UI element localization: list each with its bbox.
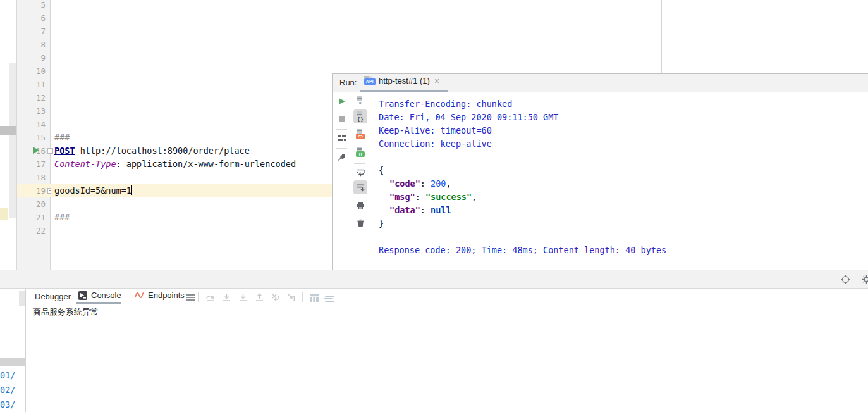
print-icon[interactable] (355, 199, 366, 211)
left-panel-selection-mark (0, 358, 25, 366)
grid-icon[interactable] (309, 292, 320, 304)
layout-icon[interactable] (336, 132, 348, 144)
menu-icon[interactable] (185, 292, 196, 303)
header-name[interactable]: Content-Type (54, 159, 116, 169)
response-header: Connection: keep-alive (379, 137, 492, 151)
clipped-link[interactable]: 02/ (0, 385, 15, 395)
response-header: Keep-Alive: timeout=60 (379, 124, 492, 137)
line-number: 22 (17, 224, 50, 237)
gutter-numbers: 5678910111213141516171819202122 (17, 0, 50, 237)
response-status-line: Response code: 200; Time: 48ms; Content … (379, 244, 666, 257)
tab-debugger[interactable]: Debugger (35, 292, 71, 301)
line-number: 6 (17, 11, 50, 25)
force-step-into-icon[interactable] (237, 292, 248, 303)
endpoints-icon (134, 291, 144, 299)
json-close-brace: } (379, 217, 384, 230)
http-request-api-icon: API (364, 76, 376, 85)
view-as-html-icon[interactable]: H (355, 146, 366, 158)
header-value[interactable]: : application/x-www-form-urlencoded (116, 159, 296, 169)
step-into-icon[interactable] (221, 292, 232, 303)
code-line-19[interactable]: goodsId=5&num=1 (54, 184, 132, 197)
run-to-cursor-icon[interactable] (286, 292, 297, 303)
clipped-link[interactable]: 01/ (0, 370, 15, 380)
response-header: Date: Fri, 04 Sep 2020 09:11:50 GMT (379, 111, 558, 124)
run-label: Run: (339, 78, 357, 87)
gear-icon[interactable] (860, 273, 868, 285)
line-number: 20 (17, 197, 50, 211)
text-caret (131, 185, 133, 195)
left-stripe-highlight (0, 208, 8, 220)
line-number: 5 (17, 0, 50, 11)
view-as-xml-icon[interactable]: <> (355, 128, 366, 140)
request-body[interactable]: goodsId=5&num=1 (54, 185, 131, 196)
line-number: 18 (17, 171, 50, 184)
layout-settings-icon[interactable] (323, 293, 334, 304)
left-scrollbar-thumb[interactable] (9, 63, 16, 218)
run-panel-header: Run: API http-test#1 (1) × (333, 74, 868, 92)
clipped-link[interactable]: 03/ (0, 399, 15, 409)
console-output[interactable]: 商品服务系统异常 (33, 306, 99, 318)
run-tab-title[interactable]: http-test#1 (1) (379, 76, 430, 85)
ide-window: 5678910111213141516171819202122 ### POST… (0, 0, 868, 412)
line-number: 15 (17, 131, 50, 144)
console-tab-underline (76, 302, 121, 304)
tool-window-header-bar (0, 270, 868, 289)
json-open-brace: { (379, 164, 384, 177)
view-as-text-icon[interactable]: ≡ (355, 95, 366, 106)
json-row: "msg": "success", (389, 190, 477, 204)
editor-gutter: 5678910111213141516171819202122 (17, 0, 51, 270)
run-tool-window: Run: API http-test#1 (1) × (332, 73, 868, 270)
request-url[interactable]: http://localhost:8900/order/place (75, 146, 250, 156)
console-gutter-divider (25, 289, 26, 412)
step-out-icon[interactable] (254, 292, 265, 303)
scroll-to-end-icon[interactable] (355, 182, 366, 193)
line-number: 13 (17, 104, 50, 118)
step-over-icon[interactable] (204, 292, 216, 303)
pin-icon[interactable] (336, 151, 348, 163)
line-number: 19 (17, 184, 50, 197)
line-number: 9 (17, 51, 50, 65)
debug-tool-window: Debugger Console Endpoints (0, 289, 868, 412)
http-method[interactable]: POST (54, 146, 75, 156)
line-number: 8 (17, 38, 50, 51)
tab-endpoints[interactable]: Endpoints (134, 290, 185, 300)
response-console[interactable]: Transfer-Encoding: chunked Date: Fri, 04… (370, 92, 868, 270)
left-stripe-mark (0, 126, 16, 135)
response-header: Transfer-Encoding: chunked (379, 97, 512, 111)
json-row: "data": null (389, 204, 451, 217)
clear-all-icon[interactable] (355, 217, 366, 228)
line-number: 11 (17, 78, 50, 91)
line-number: 17 (17, 158, 50, 171)
line-number: 21 (17, 211, 50, 224)
code-line-16[interactable]: POST http://localhost:8900/order/place (54, 144, 250, 158)
run-tab-http-test[interactable]: API http-test#1 (1) × (364, 76, 439, 85)
mute-step-icon[interactable] (270, 292, 281, 303)
right-margin-guide (661, 0, 662, 73)
target-icon[interactable] (840, 273, 851, 285)
fold-marker-icon[interactable] (47, 148, 53, 154)
soft-wrap-icon[interactable] (355, 166, 366, 178)
line-number: 14 (17, 118, 50, 131)
code-line-17[interactable]: Content-Type: application/x-www-form-url… (54, 158, 296, 171)
tab-console[interactable]: Console (78, 290, 121, 300)
line-number: 10 (17, 65, 50, 78)
console-scrollbar-thumb[interactable] (19, 291, 25, 306)
console-icon (78, 291, 87, 300)
rerun-icon[interactable] (336, 96, 348, 107)
json-row: "code": 200, (389, 177, 451, 190)
line-number: 7 (17, 25, 50, 38)
view-as-json-icon[interactable]: { } (355, 111, 366, 122)
close-icon[interactable]: × (434, 77, 439, 85)
stop-icon[interactable] (336, 113, 348, 125)
line-number: 12 (17, 91, 50, 104)
code-line-15[interactable]: ### (54, 131, 70, 144)
code-line-21[interactable]: ### (54, 211, 70, 224)
run-request-gutter-icon[interactable] (32, 146, 40, 156)
